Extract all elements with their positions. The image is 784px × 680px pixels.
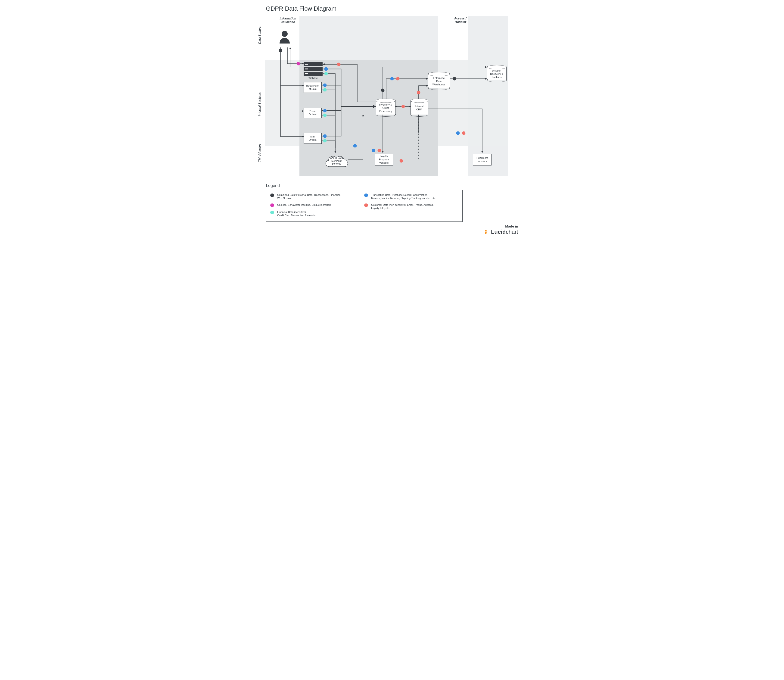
legend-dot: [364, 194, 368, 197]
dot-customer: [417, 91, 421, 94]
legend-text: Customer Data (non-sensitive): Email, Ph…: [371, 203, 434, 210]
website-label: Website: [303, 77, 322, 79]
server-rack-icon: [303, 72, 322, 76]
row-header-third: Third Parties: [258, 134, 261, 171]
legend-dot: [270, 211, 274, 214]
legend-text: Transaction Data: Purchase Record, Confi…: [371, 193, 436, 200]
made-in-label: Made in: [484, 224, 518, 228]
dot-financial: [323, 139, 327, 143]
dot-transaction: [390, 77, 394, 80]
dot-financial: [324, 72, 328, 76]
legend-item-cookies: Cookies, Behavioral Tracking, Unique Ide…: [270, 203, 364, 207]
db-crm: InternalCRM: [410, 101, 428, 115]
user-icon: [279, 30, 291, 44]
row-header-internal: Internal Systems: [258, 86, 261, 123]
legend-dot: [364, 203, 368, 207]
legend-text: Financial Data (sensitive);Credit Card T…: [277, 210, 316, 217]
legend-text: Combined Data: Personal Data, Transactio…: [277, 193, 341, 200]
node-phone-orders: PhoneOrders: [303, 108, 322, 118]
dot-combined: [279, 49, 282, 52]
dot-combined: [453, 77, 456, 80]
node-retail-pos: Retail Pointof Sale: [303, 82, 322, 93]
lane-storage-third: [299, 146, 438, 176]
dot-customer: [378, 149, 381, 152]
legend-item-combined: Combined Data: Personal Data, Transactio…: [270, 193, 364, 200]
cloud-merchant-label: Check CardMerchantServices: [328, 156, 345, 165]
dot-transaction: [456, 131, 460, 135]
legend-title: Legend: [266, 183, 280, 188]
brand-bold: Lucid: [491, 229, 506, 235]
dot-customer: [402, 105, 405, 108]
dot-customer: [400, 159, 403, 163]
legend-dot: [270, 203, 274, 207]
dot-transaction: [323, 83, 327, 87]
dot-financial: [323, 113, 327, 117]
cloud-merchant: Check CardMerchantServices: [322, 152, 350, 170]
dot-customer: [462, 131, 466, 135]
dot-transaction: [372, 149, 376, 152]
db-inventory: Inventory &OrderProcessing: [376, 101, 396, 115]
dot-transaction: [323, 109, 327, 112]
dot-financial: [323, 88, 327, 92]
dot-transaction: [324, 67, 328, 71]
svg-point-0: [281, 31, 288, 37]
legend-text: Cookies, Behavioral Tracking, Unique Ide…: [277, 203, 332, 206]
dot-customer: [396, 77, 400, 80]
node-loyalty: LoyaltyProgramVendors: [375, 154, 393, 165]
diagram-page: GDPR Data Flow Diagram InformationCollec…: [253, 0, 531, 241]
node-mail-orders: MailOrders: [303, 133, 322, 144]
legend-item-financial: Financial Data (sensitive);Credit Card T…: [270, 210, 364, 217]
db-dr: DisasterRecovery &Backups: [487, 67, 506, 80]
dot-cookies: [297, 62, 300, 66]
dot-customer: [337, 63, 341, 66]
server-rack-icon: [303, 62, 322, 66]
legend-dot: [270, 194, 274, 197]
legend-item-transaction: Transaction Data: Purchase Record, Confi…: [364, 193, 458, 200]
dot-transaction: [354, 144, 357, 148]
page-title: GDPR Data Flow Diagram: [266, 5, 336, 12]
legend-box: Combined Data: Personal Data, Transactio…: [266, 190, 463, 222]
row-header-subject: Data Subject: [258, 16, 261, 53]
footer-brand: Made in Lucidchart: [484, 224, 518, 235]
node-website: Website: [303, 62, 322, 79]
db-edw: EnterpriseDataWarehouse: [428, 74, 450, 88]
brand-light: chart: [506, 229, 518, 235]
dot-transaction: [323, 134, 327, 138]
node-fulfillment: FulfillmentVendors: [473, 154, 492, 165]
server-rack-icon: [303, 67, 322, 71]
lucidchart-logo-icon: [484, 229, 490, 235]
dot-combined: [381, 89, 385, 92]
legend-item-customer: Customer Data (non-sensitive): Email, Ph…: [364, 203, 458, 210]
